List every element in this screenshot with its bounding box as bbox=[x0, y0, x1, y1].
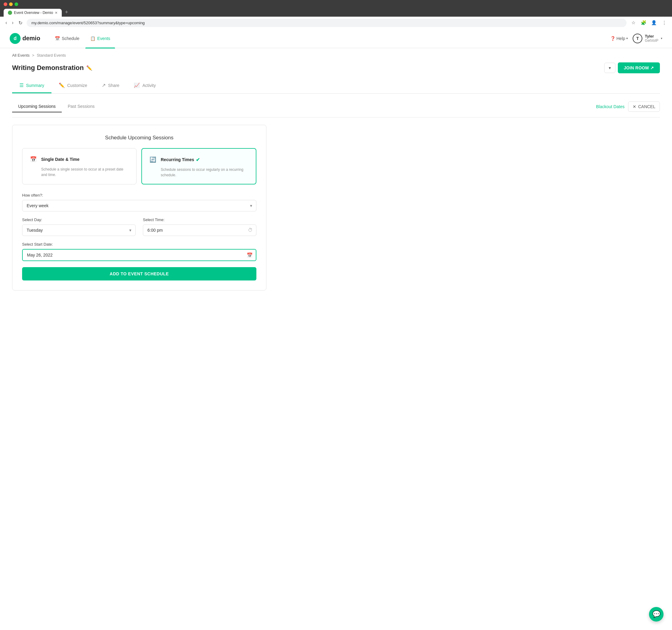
edit-title-icon[interactable]: ✏️ bbox=[86, 65, 92, 71]
tab-customize-label: Customize bbox=[67, 83, 87, 88]
blackout-dates-button[interactable]: Blackout Dates bbox=[596, 104, 624, 109]
upcoming-sessions-tab[interactable]: Upcoming Sessions bbox=[12, 101, 62, 112]
logo-text: demio bbox=[22, 35, 40, 42]
help-icon: ❓ bbox=[610, 36, 616, 41]
browser-close-button[interactable] bbox=[4, 2, 7, 6]
select-day-label: Select Day: bbox=[22, 217, 136, 222]
tab-activity[interactable]: 📈 Activity bbox=[126, 78, 163, 93]
select-day-select[interactable]: Monday Tuesday Wednesday Thursday Friday… bbox=[22, 225, 136, 236]
share-tab-icon: ↗ bbox=[102, 83, 106, 88]
user-name: Tyler bbox=[645, 34, 658, 39]
recurring-times-title: Recurring Times ✔ bbox=[161, 157, 200, 163]
recurring-check-icon: ✔ bbox=[196, 157, 200, 163]
url-bar[interactable] bbox=[27, 19, 627, 27]
single-date-title: Single Date & Time bbox=[41, 157, 80, 162]
single-date-desc: Schedule a single session to occur at a … bbox=[41, 167, 130, 178]
schedule-nav-icon: 📅 bbox=[55, 36, 60, 41]
how-often-select[interactable]: Every week Every day Every month bbox=[22, 200, 256, 211]
cancel-label: CANCEL bbox=[638, 104, 655, 109]
how-often-group: How often?: Every week Every day Every m… bbox=[22, 193, 256, 211]
help-label: Help bbox=[617, 36, 625, 41]
refresh-button[interactable]: ↻ bbox=[17, 19, 24, 26]
schedule-box: Schedule Upcoming Sessions 📅 Single Date… bbox=[12, 125, 266, 290]
profile-icon[interactable]: 👤 bbox=[650, 19, 658, 27]
bookmark-icon[interactable]: ☆ bbox=[629, 19, 638, 27]
events-nav-icon: 📋 bbox=[90, 36, 95, 41]
user-menu[interactable]: T Tyler GetVoIP ▾ bbox=[633, 33, 662, 43]
browser-minimize-button[interactable] bbox=[9, 2, 13, 6]
tab-activity-label: Activity bbox=[142, 83, 155, 88]
session-actions: Blackout Dates ✕ CANCEL bbox=[596, 101, 660, 112]
nav-schedule[interactable]: 📅 Schedule bbox=[50, 33, 84, 43]
sessions-header: Upcoming Sessions Past Sessions Blackout… bbox=[12, 101, 660, 118]
tab-close-icon[interactable]: ✕ bbox=[55, 11, 57, 15]
select-start-date-label: Select Start Date: bbox=[22, 242, 256, 247]
select-time-group: Select Time: ⏱ bbox=[143, 217, 256, 236]
single-date-icon: 📅 bbox=[28, 155, 38, 164]
customize-tab-icon: ✏️ bbox=[59, 83, 65, 88]
browser-maximize-button[interactable] bbox=[15, 2, 18, 6]
user-avatar: T bbox=[633, 33, 642, 43]
new-tab-button[interactable]: + bbox=[62, 8, 71, 17]
cancel-x-icon: ✕ bbox=[633, 104, 636, 109]
select-time-input[interactable] bbox=[143, 225, 256, 236]
user-org: GetVoIP bbox=[645, 39, 658, 43]
breadcrumb: All Events > Standard Events bbox=[12, 48, 660, 60]
forward-button[interactable]: › bbox=[10, 19, 15, 26]
tab-summary-label: Summary bbox=[26, 83, 44, 88]
option-cards: 📅 Single Date & Time Schedule a single s… bbox=[22, 148, 256, 184]
select-time-label: Select Time: bbox=[143, 217, 256, 222]
select-start-date-input[interactable] bbox=[22, 249, 256, 261]
logo-icon: d bbox=[10, 33, 21, 44]
select-day-group: Select Day: Monday Tuesday Wednesday Thu… bbox=[22, 217, 136, 236]
tab-summary[interactable]: ☰ Summary bbox=[12, 78, 51, 93]
user-menu-chevron-icon: ▾ bbox=[661, 37, 662, 40]
back-button[interactable]: ‹ bbox=[4, 19, 9, 26]
tab-share-label: Share bbox=[108, 83, 119, 88]
activity-tab-icon: 📈 bbox=[134, 83, 140, 88]
extensions-icon[interactable]: 🧩 bbox=[639, 19, 648, 27]
favicon-icon bbox=[8, 10, 12, 15]
chat-fab-button[interactable]: 💬 bbox=[649, 607, 664, 622]
select-start-date-group: Select Start Date: 📅 bbox=[22, 242, 256, 261]
main-tabs: ☰ Summary ✏️ Customize ↗ Share 📈 Activit… bbox=[12, 78, 660, 94]
tab-share[interactable]: ↗ Share bbox=[94, 78, 126, 93]
page-title-text: Writing Demonstration bbox=[12, 64, 84, 72]
help-button[interactable]: ❓ Help ▾ bbox=[610, 36, 628, 41]
nav-events[interactable]: 📋 Events bbox=[86, 33, 115, 43]
app-logo: d demio bbox=[10, 33, 40, 44]
recurring-times-desc: Schedule sessions to occur regularly on … bbox=[161, 167, 250, 178]
help-chevron-icon: ▾ bbox=[626, 37, 628, 40]
recurring-times-icon: 🔄 bbox=[148, 155, 158, 164]
add-to-event-schedule-button[interactable]: ADD TO EVENT SCHEDULE bbox=[22, 267, 256, 280]
nav-schedule-label: Schedule bbox=[62, 36, 79, 41]
recurring-times-option-card[interactable]: 🔄 Recurring Times ✔ Schedule sessions to… bbox=[141, 148, 256, 184]
breadcrumb-current: Standard Events bbox=[37, 53, 66, 57]
schedule-title: Schedule Upcoming Sessions bbox=[22, 135, 256, 141]
calendar-icon[interactable]: 📅 bbox=[247, 252, 253, 258]
browser-tab[interactable]: Event Overview - Demio ✕ bbox=[4, 9, 62, 17]
breadcrumb-all-events[interactable]: All Events bbox=[12, 53, 30, 57]
past-sessions-tab[interactable]: Past Sessions bbox=[62, 101, 101, 112]
tab-title: Event Overview - Demio bbox=[14, 10, 53, 15]
page-title: Writing Demonstration ✏️ bbox=[12, 64, 92, 72]
join-room-button[interactable]: JOIN ROOM ↗ bbox=[618, 63, 660, 73]
more-options-icon[interactable]: ⋮ bbox=[660, 19, 668, 27]
chat-fab-icon: 💬 bbox=[652, 610, 661, 618]
cancel-button[interactable]: ✕ CANCEL bbox=[628, 101, 660, 112]
title-dropdown-button[interactable]: ▾ bbox=[604, 63, 616, 73]
tab-customize[interactable]: ✏️ Customize bbox=[51, 78, 94, 93]
single-date-option-card[interactable]: 📅 Single Date & Time Schedule a single s… bbox=[22, 148, 137, 184]
breadcrumb-separator: > bbox=[32, 53, 34, 57]
summary-tab-icon: ☰ bbox=[19, 83, 24, 88]
nav-events-label: Events bbox=[97, 36, 110, 41]
session-tabs: Upcoming Sessions Past Sessions bbox=[12, 101, 100, 112]
how-often-label: How often?: bbox=[22, 193, 256, 197]
time-clock-icon: ⏱ bbox=[248, 228, 253, 233]
main-nav: 📅 Schedule 📋 Events bbox=[50, 33, 115, 43]
